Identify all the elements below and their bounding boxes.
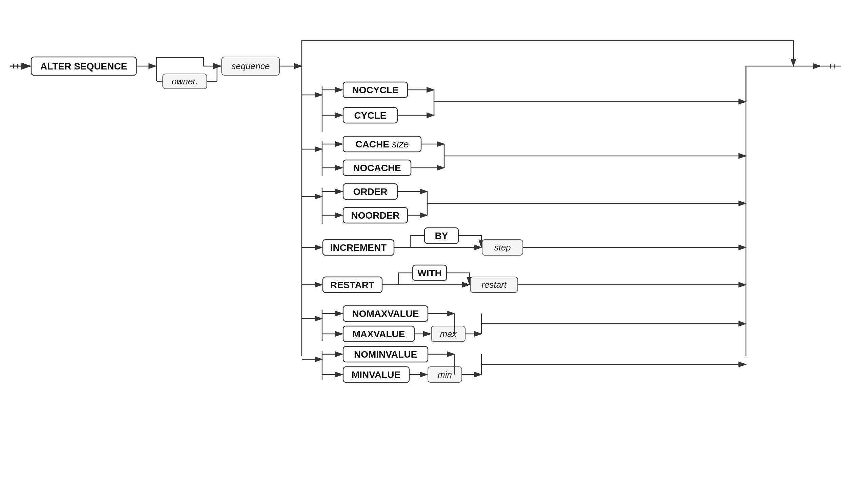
noorder-label: NOORDER xyxy=(351,210,399,221)
cycle-label: CYCLE xyxy=(354,110,387,121)
step-label: step xyxy=(494,242,511,253)
minvalue-label: MINVALUE xyxy=(352,369,400,380)
nocycle-label: NOCYCLE xyxy=(352,85,399,95)
by-label: BY xyxy=(435,230,448,241)
diagram-container: ALTER SEQUENCE owner. sequence NOCYCLE C… xyxy=(0,0,868,482)
nominvalue-label: NOMINVALUE xyxy=(354,349,417,360)
sequence-label: sequence xyxy=(232,61,270,71)
with-label: WITH xyxy=(417,268,442,278)
owner-label: owner. xyxy=(172,76,198,86)
min-label: min xyxy=(438,369,452,380)
increment-label: INCREMENT xyxy=(330,242,387,253)
alter-sequence-label: ALTER SEQUENCE xyxy=(40,61,127,72)
restart-val-label: restart xyxy=(481,280,507,290)
maxvalue-label: MAXVALUE xyxy=(352,329,405,339)
nocache-label: NOCACHE xyxy=(353,163,401,173)
nomaxvalue-label: NOMAXVALUE xyxy=(352,308,419,319)
cache-size-label: CACHE size xyxy=(355,139,409,149)
order-label: ORDER xyxy=(353,186,387,197)
restart-label: RESTART xyxy=(330,280,374,290)
